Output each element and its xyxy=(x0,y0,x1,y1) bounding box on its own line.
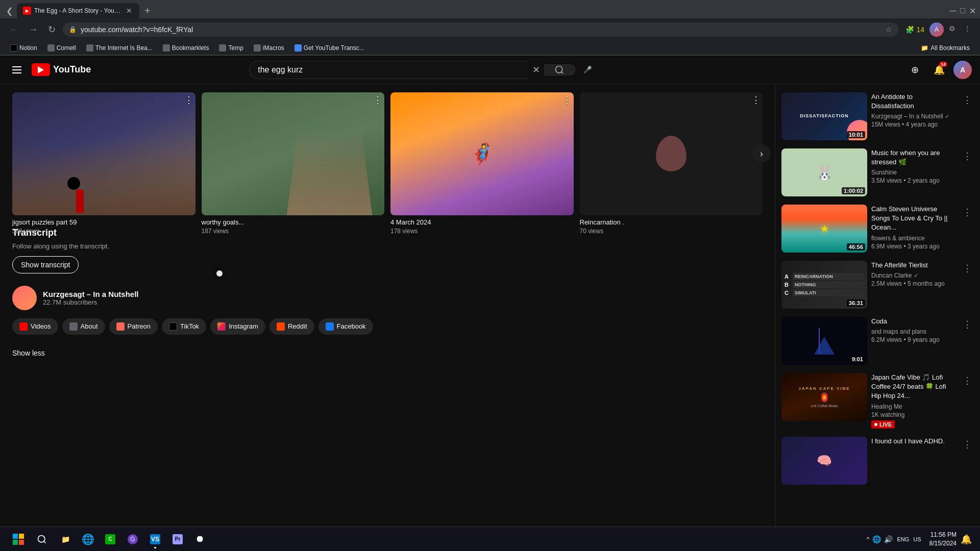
tray-chevron[interactable]: ^ xyxy=(867,536,870,543)
sidebar-video-title-2: Music for when you are stressed 🌿 xyxy=(871,148,957,167)
bookmark-youtube-transcript[interactable]: Get YouTube Transc... xyxy=(290,43,369,53)
notification-center[interactable]: 🔔 xyxy=(961,534,972,545)
speaker-icon[interactable]: 🔊 xyxy=(884,535,893,543)
channel-section: Kurzgesagt – In a Nutshell 22.7M subscri… xyxy=(12,286,763,335)
create-button[interactable]: ⊕ xyxy=(904,60,925,80)
taskbar-adobe[interactable]: Pr xyxy=(167,529,188,549)
taskbar-chrome[interactable]: 🌐 xyxy=(78,529,98,549)
video-menu-button-3[interactable]: ⋮ xyxy=(562,94,572,106)
patreon-icon xyxy=(116,322,125,331)
bookmark-notion[interactable]: Notion xyxy=(6,43,41,53)
sidebar-menu-button-1[interactable]: ⋮ xyxy=(961,92,974,108)
sidebar-video-4[interactable]: A REINCARNATION B NOTHING C xyxy=(781,257,974,313)
channel-avatar[interactable] xyxy=(12,286,37,310)
facebook-icon xyxy=(326,322,334,331)
sidebar-thumb-3: ★ 46:56 xyxy=(781,205,867,253)
network-icon[interactable]: 🌐 xyxy=(872,535,881,543)
address-bar: ← → ↻ 🔒 youtube.com/watch?v=h6fcK_fRYal … xyxy=(0,18,980,41)
close-button[interactable]: ✕ xyxy=(969,6,976,16)
taskbar-file-explorer[interactable]: 📁 xyxy=(55,529,76,549)
active-tab[interactable]: ▶ The Egg - A Short Story - YouT... ✕ xyxy=(17,3,139,18)
profile-button[interactable]: A xyxy=(929,22,944,37)
taskbar-cmd[interactable]: C xyxy=(100,529,120,549)
channel-link-instagram[interactable]: Instagram xyxy=(210,318,265,335)
transcript-subtitle: Follow along using the transcript. xyxy=(12,242,763,250)
channel-link-patreon[interactable]: Patreon xyxy=(109,318,158,335)
extensions2-button[interactable]: ⚙ xyxy=(946,22,959,37)
maximize-button[interactable]: □ xyxy=(960,6,965,15)
start-button[interactable] xyxy=(8,529,29,549)
minimize-button[interactable]: ─ xyxy=(950,6,957,16)
thumbnail-card-1[interactable]: ⋮ jigsort puzzles part 59 366 views xyxy=(12,92,195,215)
more-button[interactable]: ⋮ xyxy=(961,22,974,37)
sidebar-video-6[interactable]: JAPAN CAFE VIBE 🏮 Lofi Coffee Beats Japa… xyxy=(781,369,974,433)
forward-button[interactable]: → xyxy=(26,22,41,37)
menu-button[interactable] xyxy=(8,62,26,78)
video-menu-button-1[interactable]: ⋮ xyxy=(184,94,193,106)
sidebar-menu-button-4[interactable]: ⋮ xyxy=(961,261,974,276)
sidebar-video-1[interactable]: DISSATISFACTION 10:01 An Antidote to Dis… xyxy=(781,88,974,144)
sidebar-video-7[interactable]: 🧠 I found out I have ADHD. ⋮ xyxy=(781,433,974,489)
sidebar-menu-button-3[interactable]: ⋮ xyxy=(961,205,974,220)
all-bookmarks-button[interactable]: 📁 All Bookmarks xyxy=(917,43,974,53)
search-clear-button[interactable]: ✕ xyxy=(528,64,544,76)
channel-link-videos[interactable]: Videos xyxy=(12,318,58,335)
taskbar-clock[interactable]: 11:56 PM 8/15/2024 xyxy=(929,531,957,548)
tab-close-button[interactable]: ✕ xyxy=(125,6,133,16)
sidebar-video-3[interactable]: ★ 46:56 Calm Steven Universe Songs To Lo… xyxy=(781,201,974,257)
star-icon[interactable]: ☆ xyxy=(886,26,892,34)
search-submit-button[interactable] xyxy=(544,64,575,76)
sidebar-video-info-1: An Antidote to Dissatisfaction Kurzgesag… xyxy=(871,92,957,140)
channel-link-about[interactable]: About xyxy=(62,318,105,335)
sidebar-menu-button-6[interactable]: ⋮ xyxy=(961,373,974,388)
url-bar[interactable]: 🔒 youtube.com/watch?v=h6fcK_fRYal ☆ xyxy=(63,22,898,37)
taskbar-github[interactable]: G xyxy=(122,529,143,549)
bookmark-temp[interactable]: Temp xyxy=(215,43,247,53)
bookmark-imacros[interactable]: iMacros xyxy=(250,43,288,53)
tab-prev-button[interactable]: ❮ xyxy=(4,4,15,18)
video-menu-button-4[interactable]: ⋮ xyxy=(751,94,761,106)
bookmark-internet[interactable]: The Internet Is Bea... xyxy=(82,43,157,53)
folder-icon xyxy=(254,44,261,52)
bookmark-cornell[interactable]: Cornell xyxy=(43,43,80,53)
bookmark-bookmarklets[interactable]: Bookmarklets xyxy=(159,43,213,53)
sidebar-menu-button-7[interactable]: ⋮ xyxy=(961,437,974,452)
voice-search-button[interactable]: 🎤 xyxy=(579,62,596,78)
sidebar-menu-button-5[interactable]: ⋮ xyxy=(961,317,974,332)
channel-link-reddit[interactable]: Reddit xyxy=(270,318,314,335)
url-icons: ☆ xyxy=(886,26,892,34)
sidebar-menu-button-2[interactable]: ⋮ xyxy=(961,148,974,164)
language-label: ENG xyxy=(897,536,909,542)
notifications-button[interactable]: 🔔 14 xyxy=(929,60,949,80)
hamburger-line xyxy=(12,72,21,73)
windows-icon xyxy=(12,533,24,545)
sidebar-thumb-5: 9:01 xyxy=(781,317,867,365)
thumbnail-card-4[interactable]: ⋮ Reincarnation . 70 views xyxy=(580,92,763,215)
verified-icon-4: ✓ xyxy=(914,272,918,279)
bookmark-notion-label: Notion xyxy=(19,44,37,52)
svg-point-6 xyxy=(38,535,45,542)
sidebar-video-2[interactable]: 🐰 1:00:02 Music for when you are stresse… xyxy=(781,144,974,201)
show-less-button[interactable]: Show less xyxy=(12,347,45,359)
refresh-button[interactable]: ↻ xyxy=(45,22,59,37)
channel-link-facebook[interactable]: Facebook xyxy=(318,318,373,335)
thumbnail-card-2[interactable]: ⋮ worthy goals... 187 views xyxy=(202,92,385,215)
channel-link-tiktok[interactable]: TikTok xyxy=(162,318,206,335)
thumbnail-card-3[interactable]: 🦸 ⋮ 4 March 2024 178 views xyxy=(390,92,574,215)
taskbar-search-button[interactable] xyxy=(33,530,51,548)
show-transcript-button[interactable]: Show transcript xyxy=(12,256,79,273)
extensions-button[interactable]: 🧩 14 xyxy=(902,22,927,37)
sidebar-video-5[interactable]: 9:01 Coda and maps and plans 6.2M views … xyxy=(781,313,974,369)
user-avatar[interactable]: A xyxy=(953,61,972,79)
next-button[interactable]: › xyxy=(752,144,771,163)
search-input[interactable] xyxy=(249,61,528,79)
back-button[interactable]: ← xyxy=(6,22,21,37)
video-panel: ⋮ jigsort puzzles part 59 366 views ⋮ wo… xyxy=(0,84,775,551)
taskbar-vscode[interactable]: VS xyxy=(145,529,165,549)
url-text: youtube.com/watch?v=h6fcK_fRYal xyxy=(81,26,881,34)
youtube-logo[interactable]: YouTube xyxy=(32,63,91,76)
tiktok-label: TikTok xyxy=(180,322,199,330)
video-menu-button-2[interactable]: ⋮ xyxy=(373,94,382,106)
taskbar-record[interactable]: ⏺ xyxy=(190,529,210,549)
new-tab-button[interactable]: + xyxy=(141,4,154,18)
